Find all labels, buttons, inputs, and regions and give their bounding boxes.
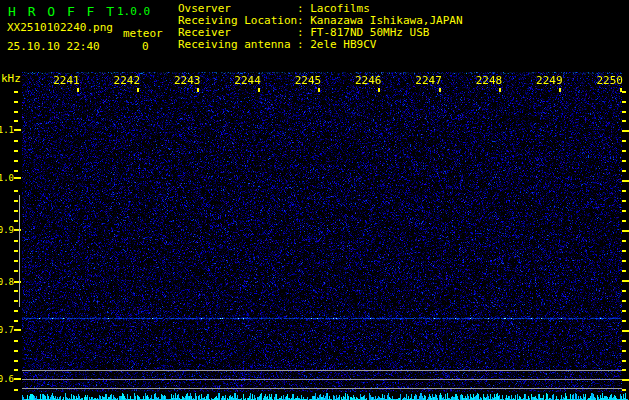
freq-tick-label: 1.0 [0, 173, 14, 183]
freq-minor-tick [14, 200, 18, 202]
freq-minor-tick [622, 389, 626, 391]
freq-minor-tick [622, 300, 626, 302]
freq-minor-tick [622, 210, 626, 212]
freq-minor-tick [622, 160, 626, 162]
freq-minor-tick [14, 270, 18, 272]
freq-minor-tick [14, 150, 18, 152]
freq-minor-tick [622, 350, 626, 352]
app-title: H R O F F T [8, 4, 116, 19]
freq-minor-tick [14, 210, 18, 212]
freq-minor-tick [622, 120, 626, 122]
freq-tick-label: 0.7 [0, 325, 14, 335]
freq-minor-tick [14, 340, 18, 342]
freq-minor-tick [622, 150, 626, 152]
meteor-count: 0 [142, 40, 149, 53]
time-tick [197, 88, 199, 92]
freq-unit-label: kHz [1, 72, 21, 85]
freq-minor-tick [14, 160, 18, 162]
time-tick [378, 88, 380, 92]
scale-bar [19, 195, 20, 307]
freq-minor-tick [14, 300, 18, 302]
freq-major-tick [622, 280, 629, 282]
freq-minor-tick [622, 111, 626, 113]
time-tick [318, 88, 320, 92]
freq-minor-tick [14, 310, 18, 312]
freq-minor-tick [14, 350, 18, 352]
freq-tick-label: 0.9 [0, 225, 14, 235]
freq-minor-tick [14, 260, 18, 262]
freq-minor-tick [622, 369, 626, 371]
time-tick-label: 2245 [292, 74, 324, 87]
hrofft-window: H R O F F T 1.0.0 XX2510102240.png meteo… [0, 0, 629, 400]
station-info: Ovserver: LacofilmsReceiving Location: K… [178, 3, 463, 51]
freq-major-tick [622, 379, 629, 381]
freq-minor-tick [14, 290, 18, 292]
freq-minor-tick [622, 91, 626, 93]
freq-minor-tick [622, 260, 626, 262]
freq-minor-tick [622, 140, 626, 142]
freq-minor-tick [14, 369, 18, 371]
freq-minor-tick [622, 270, 626, 272]
output-filename: XX2510102240.png [7, 21, 113, 34]
time-tick [559, 88, 561, 92]
info-row: Receiving antenna: 2ele HB9CV [178, 39, 463, 51]
freq-minor-tick [14, 220, 18, 222]
time-tick [499, 88, 501, 92]
freq-minor-tick [14, 250, 18, 252]
freq-minor-tick [14, 101, 18, 103]
time-tick-label: 2241 [51, 74, 83, 87]
time-tick [77, 88, 79, 92]
time-tick [258, 88, 260, 92]
freq-major-tick [14, 177, 21, 179]
freq-tick-label: 1.1 [0, 125, 14, 135]
time-tick-label: 2247 [413, 74, 445, 87]
mode-label: meteor [123, 27, 163, 40]
freq-minor-tick [14, 111, 18, 113]
spectrogram-canvas [22, 72, 622, 392]
app-version: 1.0.0 [117, 5, 150, 18]
time-tick-label: 2242 [111, 74, 143, 87]
freq-major-tick [14, 378, 21, 380]
signal-level-strip [22, 392, 628, 400]
freq-major-tick [14, 129, 21, 131]
freq-minor-tick [622, 290, 626, 292]
freq-minor-tick [622, 250, 626, 252]
freq-minor-tick [622, 190, 626, 192]
time-tick-label: 2244 [232, 74, 264, 87]
freq-minor-tick [14, 240, 18, 242]
freq-minor-tick [14, 190, 18, 192]
freq-minor-tick [622, 360, 626, 362]
freq-minor-tick [622, 101, 626, 103]
freq-minor-tick [622, 220, 626, 222]
freq-minor-tick [622, 340, 626, 342]
freq-minor-tick [622, 310, 626, 312]
freq-minor-tick [14, 140, 18, 142]
time-tick [439, 88, 441, 92]
freq-minor-tick [14, 120, 18, 122]
time-tick-label: 2250 [594, 74, 626, 87]
freq-minor-tick [14, 360, 18, 362]
freq-minor-tick [622, 200, 626, 202]
freq-minor-tick [622, 240, 626, 242]
freq-major-tick [622, 330, 629, 332]
time-tick-label: 2248 [473, 74, 505, 87]
freq-minor-tick [14, 170, 18, 172]
time-tick-label: 2246 [352, 74, 384, 87]
freq-major-tick [622, 180, 629, 182]
freq-tick-label: 0.6 [0, 374, 14, 384]
info-value: : 2ele HB9CV [297, 38, 376, 51]
freq-minor-tick [14, 320, 18, 322]
time-tick-label: 2243 [171, 74, 203, 87]
time-tick-label: 2249 [533, 74, 565, 87]
info-label: Receiving antenna [178, 39, 297, 51]
freq-major-tick [622, 130, 629, 132]
datetime-label: 25.10.10 22:40 [7, 40, 100, 53]
freq-major-tick [622, 230, 629, 232]
freq-minor-tick [14, 91, 18, 93]
time-tick [137, 88, 139, 92]
freq-minor-tick [622, 320, 626, 322]
freq-minor-tick [14, 389, 18, 391]
freq-tick-label: 0.8 [0, 277, 14, 287]
freq-minor-tick [622, 170, 626, 172]
freq-major-tick [14, 329, 21, 331]
